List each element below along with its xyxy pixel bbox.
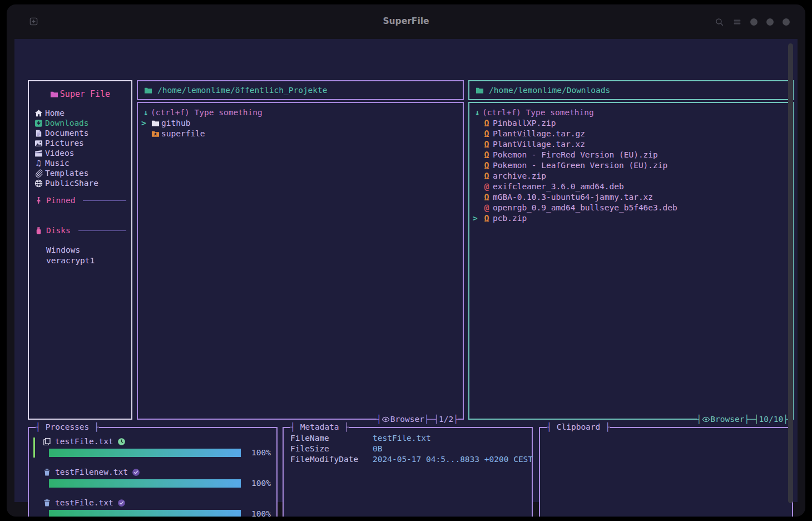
search-prompt[interactable]: ↓ (ctrl+f) Type something <box>141 107 459 118</box>
sidebar-title: Super File <box>34 89 126 99</box>
process-item[interactable]: testFile.txt100% <box>29 497 271 517</box>
progress-bar <box>49 449 241 457</box>
deb-icon: @ <box>482 183 493 191</box>
chevron-right-icon: > <box>473 213 482 224</box>
window-scrollbar[interactable] <box>788 43 793 503</box>
path-bar[interactable]: /home/lemonlime/öffentlich_Projekte <box>137 80 464 100</box>
metadata-value: testFile.txt <box>373 433 431 444</box>
file-row[interactable]: ΩPokemon - LeafGreen Version (EU).zip <box>473 160 789 171</box>
metadata-panel: Metadata FileNametestFile.txtFileSize0BF… <box>283 427 533 517</box>
disk-icon <box>34 226 43 235</box>
search-prompt[interactable]: ↓ (ctrl+f) Type something <box>473 107 789 118</box>
panel-title: Processes <box>36 422 99 432</box>
folder-icon <box>475 86 484 95</box>
file-row[interactable]: Ωarchive.zip <box>473 171 789 181</box>
section-label: Disks <box>46 225 71 235</box>
trash-icon <box>42 468 51 476</box>
disk-item-windows[interactable]: Windows <box>34 245 126 255</box>
sidebar-item-documents[interactable]: Documents <box>34 128 126 138</box>
process-progress-row: 100% <box>42 448 271 457</box>
file-list: ↓ (ctrl+f) Type something ΩPinballXP.zip… <box>468 102 794 420</box>
file-panel-downloads: /home/lemonlime/Downloads ↓ (ctrl+f) Typ… <box>468 80 794 420</box>
pin-icon <box>34 196 43 205</box>
window-control-dot[interactable] <box>766 18 774 26</box>
progress-track <box>49 449 241 457</box>
file-row[interactable]: @openrgb_0.9_amd64_bullseye_b5f46e3.deb <box>473 203 789 213</box>
section-label: Pinned <box>46 195 75 205</box>
process-progress-row: 100% <box>42 509 271 517</box>
sidebar-item-label: Videos <box>45 148 74 158</box>
menu-button[interactable] <box>732 17 741 26</box>
sidebar-item-pictures[interactable]: Pictures <box>34 138 126 148</box>
file-name: mGBA-0.10.3-ubuntu64-jammy.tar.xz <box>493 192 653 203</box>
sidebar-item-templates[interactable]: Templates <box>34 168 126 178</box>
sidebar-item-videos[interactable]: Videos <box>34 148 126 158</box>
sidebar-item-music[interactable]: ♫Music <box>34 158 126 168</box>
file-row[interactable]: ΩmGBA-0.10.3-ubuntu64-jammy.tar.xz <box>473 192 789 203</box>
metadata-value: 2024-05-17 04:5...8833 +0200 CEST <box>373 454 533 465</box>
metadata-row: FileModifyDate2024-05-17 04:5...8833 +02… <box>290 454 525 465</box>
archive-icon: Ω <box>482 193 493 202</box>
search-button[interactable] <box>715 17 724 26</box>
process-item[interactable]: testFilenew.txt100% <box>29 466 271 488</box>
deb-icon: @ <box>482 204 493 213</box>
process-name-row: testFile.txt <box>42 436 271 447</box>
process-name-row: testFile.txt <box>42 497 271 508</box>
cursor-position: 10/10 <box>759 414 784 425</box>
archive-icon: Ω <box>482 151 491 160</box>
clock-icon <box>117 437 126 446</box>
file-name: Pokemon - FireRed Version (EU).zip <box>493 150 658 160</box>
search-prompt-text: (ctrl+f) Type something <box>482 107 594 118</box>
file-name: archive.zip <box>493 171 546 181</box>
check-icon <box>117 498 126 507</box>
file-list: ↓ (ctrl+f) Type something >githubsuperfi… <box>137 102 464 420</box>
paperclip-icon <box>34 169 43 178</box>
file-name: openrgb_0.9_amd64_bullseye_b5f46e3.deb <box>493 203 677 213</box>
process-name: testFile.txt <box>55 437 113 446</box>
file-row[interactable]: superfile <box>141 129 459 139</box>
process-progress-row: 100% <box>42 479 271 488</box>
file-row[interactable]: >Ωpcb.zip <box>473 213 789 224</box>
sidebar-item-publicshare[interactable]: PublicShare <box>34 178 126 188</box>
sidebar-item-label: Music <box>45 158 70 168</box>
globe-icon <box>34 179 43 188</box>
folder-icon <box>143 86 152 95</box>
file-row[interactable]: ΩPokemon - FireRed Version (EU).zip <box>473 150 789 160</box>
file-row[interactable]: >github <box>141 118 459 129</box>
sidebar-item-downloads[interactable]: Downloads <box>34 118 126 128</box>
file-row[interactable]: @exifcleaner_3.6.0_amd64.deb <box>473 181 789 192</box>
metadata-value: 0B <box>373 444 382 454</box>
archive-icon: Ω <box>482 172 493 181</box>
process-item[interactable]: testFile.txt100% <box>29 436 271 457</box>
file-row[interactable]: ΩPlantVillage.tar.xz <box>473 139 789 150</box>
disk-item-veracrypt1[interactable]: veracrypt1 <box>34 255 126 266</box>
window-control-dot[interactable] <box>783 18 790 26</box>
archive-icon: Ω <box>482 214 491 223</box>
window-title: SuperFile <box>7 4 805 38</box>
file-name: pcb.zip <box>493 213 527 224</box>
archive-icon: Ω <box>482 140 493 149</box>
sidebar-title-label: Super File <box>60 89 110 99</box>
sidebar-item-home[interactable]: Home <box>34 108 126 118</box>
window-control-dot[interactable] <box>750 18 757 26</box>
archive-icon: Ω <box>482 119 493 128</box>
archive-icon: Ω <box>482 130 491 139</box>
archive-icon: Ω <box>482 130 493 139</box>
app-window: SuperFile Super File HomeDownloadsDocume… <box>7 4 805 517</box>
path-text: /home/lemonlime/Downloads <box>489 86 610 95</box>
path-bar[interactable]: /home/lemonlime/Downloads <box>468 80 794 100</box>
file-row[interactable]: ΩPlantVillage.tar.gz <box>473 129 789 139</box>
home-icon <box>34 109 43 117</box>
search-icon <box>715 17 724 26</box>
metadata-row: FileNametestFile.txt <box>290 433 525 444</box>
file-name: exifcleaner_3.6.0_amd64.deb <box>493 181 624 192</box>
sidebar-item-label: PublicShare <box>45 178 98 188</box>
progress-percent: 100% <box>241 509 271 517</box>
file-name: PinballXP.zip <box>493 118 556 129</box>
file-row[interactable]: ΩPinballXP.zip <box>473 118 789 129</box>
sidebar-item-label: Templates <box>45 168 89 178</box>
eye-icon <box>382 415 390 424</box>
archive-icon: Ω <box>482 161 493 170</box>
archive-icon: Ω <box>482 193 491 202</box>
picture-icon <box>34 139 43 148</box>
